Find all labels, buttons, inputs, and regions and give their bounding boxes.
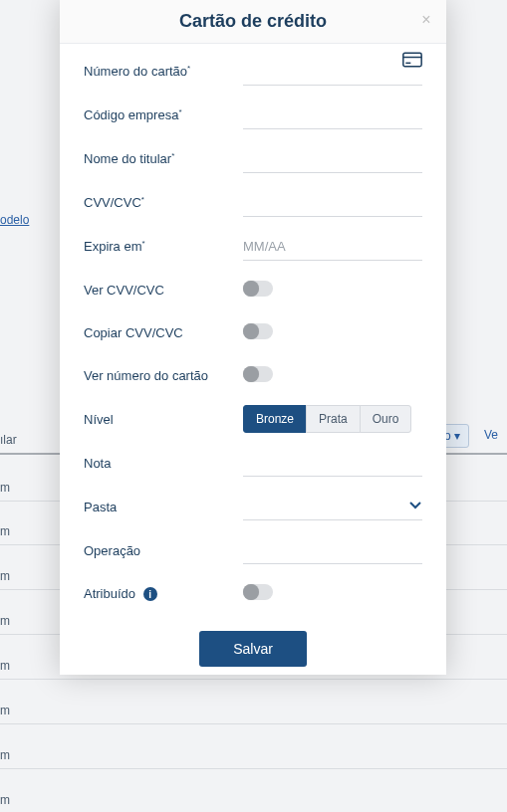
show-cvv-label: Ver CVV/CVC	[84, 283, 243, 298]
chevron-down-icon	[408, 499, 422, 513]
company-code-label: Código empresa*	[84, 107, 243, 122]
expires-label: Expira em*	[84, 239, 243, 254]
modal-body: Número do cartão* Código empresa* Nome d…	[60, 44, 446, 675]
modal-title: Cartão de crédito	[179, 11, 327, 32]
folder-row: Pasta	[84, 479, 422, 522]
copy-cvv-label: Copiar CVV/CVC	[84, 325, 243, 340]
cvv-row: CVV/CVC*	[84, 175, 422, 219]
company-code-input[interactable]	[243, 102, 422, 129]
modal-overlay: Cartão de crédito × Número do cartão* Có…	[0, 0, 507, 812]
show-cvv-toggle[interactable]	[243, 281, 273, 297]
level-ouro[interactable]: Ouro	[360, 405, 412, 433]
note-row: Nota	[84, 435, 422, 479]
operation-input[interactable]	[243, 536, 422, 564]
expires-input[interactable]	[243, 233, 422, 261]
level-segmented: Bronze Prata Ouro	[243, 405, 422, 433]
level-prata[interactable]: Prata	[306, 405, 361, 433]
cardholder-row: Nome do titular*	[84, 131, 422, 175]
show-number-row: Ver número do cartão	[84, 348, 422, 391]
expires-row: Expira em*	[84, 219, 422, 263]
show-number-label: Ver número do cartão	[84, 368, 243, 383]
modal-footer: Salvar	[84, 609, 422, 667]
copy-cvv-toggle[interactable]	[243, 323, 273, 339]
assigned-toggle[interactable]	[243, 584, 273, 600]
level-bronze[interactable]: Bronze	[243, 405, 307, 433]
company-code-row: Código empresa*	[84, 88, 422, 131]
folder-label: Pasta	[84, 500, 243, 514]
card-number-input[interactable]	[243, 58, 422, 86]
assigned-row: Atribuído i	[84, 566, 422, 609]
level-row: Nível Bronze Prata Ouro	[84, 391, 422, 435]
show-cvv-row: Ver CVV/CVC	[84, 263, 422, 305]
card-number-row: Número do cartão*	[84, 44, 422, 88]
folder-select[interactable]	[243, 493, 422, 520]
svg-rect-0	[403, 53, 421, 66]
level-label: Nível	[84, 412, 243, 427]
cardholder-input[interactable]	[243, 145, 422, 173]
note-input[interactable]	[243, 449, 422, 477]
operation-label: Operação	[84, 543, 243, 558]
cvv-label: CVV/CVC*	[84, 195, 243, 210]
note-label: Nota	[84, 456, 243, 471]
cardholder-label: Nome do titular*	[84, 151, 243, 166]
close-icon[interactable]: ×	[416, 10, 436, 30]
show-number-toggle[interactable]	[243, 366, 273, 382]
assigned-label: Atribuído i	[84, 586, 243, 602]
credit-card-icon	[402, 52, 422, 71]
operation-row: Operação	[84, 522, 422, 566]
copy-cvv-row: Copiar CVV/CVC	[84, 305, 422, 348]
info-icon[interactable]: i	[143, 587, 157, 601]
save-button[interactable]: Salvar	[199, 631, 307, 667]
credit-card-modal: Cartão de crédito × Número do cartão* Có…	[60, 0, 446, 675]
modal-header: Cartão de crédito ×	[60, 0, 446, 44]
cvv-input[interactable]	[243, 189, 422, 217]
card-number-label: Número do cartão*	[84, 64, 243, 79]
